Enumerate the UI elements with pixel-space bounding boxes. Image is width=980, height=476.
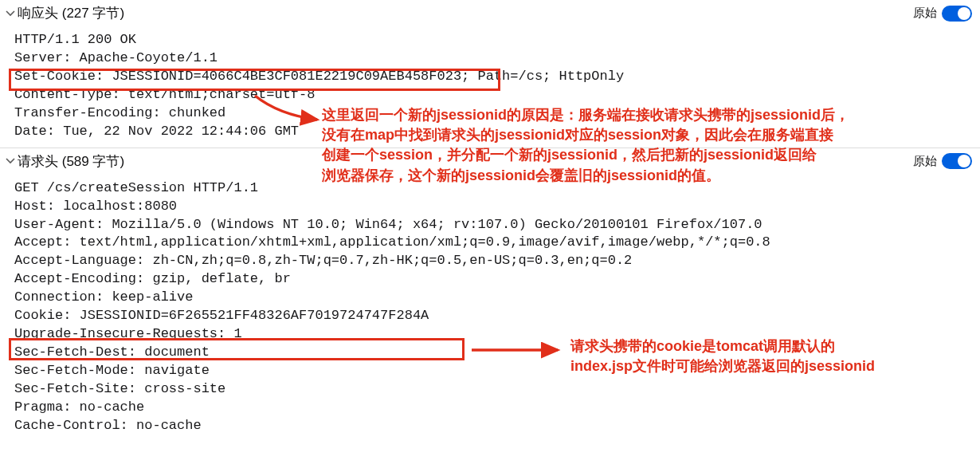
header-right: 原始 bbox=[913, 6, 972, 22]
header-left: 请求头 (589 字节) bbox=[5, 152, 124, 171]
request-line: Host: localhost:8080 bbox=[14, 199, 177, 214]
raw-toggle-label: 原始 bbox=[913, 154, 937, 169]
request-line: Sec-Fetch-Mode: navigate bbox=[14, 363, 210, 378]
request-line: Accept-Encoding: gzip, deflate, br bbox=[14, 271, 291, 286]
response-line: Transfer-Encoding: chunked bbox=[14, 105, 225, 120]
raw-toggle[interactable] bbox=[942, 6, 972, 22]
request-headers-header[interactable]: 请求头 (589 字节) 原始 bbox=[0, 148, 980, 175]
response-headers-section: 响应头 (227 字节) 原始 HTTP/1.1 200 OK Server: … bbox=[0, 0, 980, 148]
request-line: Pragma: no-cache bbox=[14, 399, 144, 415]
raw-toggle-label: 原始 bbox=[913, 6, 937, 21]
request-line: Connection: keep-alive bbox=[14, 289, 193, 305]
response-line: Server: Apache-Coyote/1.1 bbox=[14, 50, 218, 65]
request-line: Accept: text/html,application/xhtml+xml,… bbox=[14, 234, 770, 250]
request-headers-body: GET /cs/createSession HTTP/1.1 Host: loc… bbox=[0, 175, 980, 442]
header-right: 原始 bbox=[913, 153, 972, 169]
request-line: Sec-Fetch-Dest: document bbox=[14, 344, 210, 360]
request-line: Cookie: JSESSIONID=6F265521FF48326AF7019… bbox=[14, 308, 429, 323]
chevron-down-icon[interactable] bbox=[5, 8, 16, 19]
request-line: User-Agent: Mozilla/5.0 (Windows NT 10.0… bbox=[14, 217, 762, 232]
request-headers-section: 请求头 (589 字节) 原始 GET /cs/createSession HT… bbox=[0, 148, 980, 442]
raw-toggle[interactable] bbox=[942, 153, 972, 169]
request-line: Accept-Language: zh-CN,zh;q=0.8,zh-TW;q=… bbox=[14, 253, 632, 268]
request-line: GET /cs/createSession HTTP/1.1 bbox=[14, 180, 258, 195]
request-headers-title: 请求头 (589 字节) bbox=[18, 152, 124, 171]
response-line: HTTP/1.1 200 OK bbox=[14, 32, 136, 47]
request-line: Sec-Fetch-Site: cross-site bbox=[14, 381, 225, 396]
response-headers-header[interactable]: 响应头 (227 字节) 原始 bbox=[0, 0, 980, 27]
response-headers-body: HTTP/1.1 200 OK Server: Apache-Coyote/1.… bbox=[0, 27, 980, 148]
response-line: Date: Tue, 22 Nov 2022 12:44:06 GMT bbox=[14, 124, 299, 139]
response-line: Content-Type: text/html;charset=utf-8 bbox=[14, 87, 315, 102]
header-left: 响应头 (227 字节) bbox=[5, 4, 124, 22]
request-line: Upgrade-Insecure-Requests: 1 bbox=[14, 326, 242, 341]
response-headers-title: 响应头 (227 字节) bbox=[18, 4, 124, 22]
request-line: Cache-Control: no-cache bbox=[14, 418, 202, 433]
response-line: Set-Cookie: JSESSIONID=4066C4BE3CF081E22… bbox=[14, 69, 624, 84]
chevron-down-icon[interactable] bbox=[5, 155, 16, 167]
